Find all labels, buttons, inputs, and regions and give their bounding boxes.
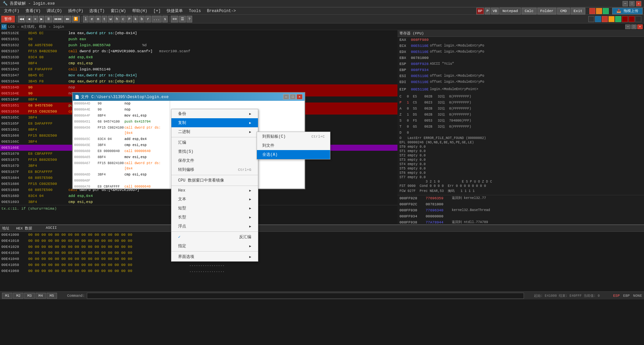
- menu-window[interactable]: 窗口(W): [108, 7, 129, 14]
- mem-row[interactable]: 00E4101000 00 00 00 00 00 00 00 00 00 00…: [0, 238, 644, 244]
- t-button[interactable]: t: [102, 16, 107, 22]
- fv-row[interactable]: 00000A70E8 CBFAFFFFcall 00000640: [73, 184, 170, 189]
- ctx-backup[interactable]: 备份 ▶: [171, 109, 258, 118]
- menu-tools[interactable]: Tools: [186, 8, 204, 14]
- folder-button[interactable]: Folder: [537, 8, 557, 14]
- tab-m5[interactable]: M5: [47, 293, 57, 299]
- ctx-find[interactable]: 查找(S): [171, 147, 258, 156]
- step-into-button[interactable]: ⏭: [64, 16, 71, 22]
- vb-button[interactable]: VB: [491, 8, 499, 14]
- r-button[interactable]: r: [145, 16, 151, 22]
- tab-m1[interactable]: M1: [2, 293, 12, 299]
- ctx-goto[interactable]: 转到偏移 Ctrl+G: [171, 165, 258, 174]
- fv-row[interactable]: 00000A67FF15 B8824100call dword ptr ds:[…: [73, 160, 170, 172]
- fv-row[interactable]: 00000A658BF4mov esi,esp: [73, 154, 170, 160]
- fv-row[interactable]: 00000A4D90nop: [73, 101, 170, 107]
- fv-row[interactable]: 00000A5168 94574100push 0x415794: [73, 119, 170, 125]
- fv-row[interactable]: 00000A4E90nop: [73, 107, 170, 113]
- tab-m2[interactable]: M2: [13, 293, 23, 299]
- fv-min-button[interactable]: —: [283, 94, 289, 99]
- menu-options[interactable]: 选项(T): [87, 7, 107, 14]
- menu-view[interactable]: 查看(V): [23, 7, 44, 14]
- panel-icon-6[interactable]: [622, 16, 628, 22]
- ellipsis-button[interactable]: ...: [152, 16, 162, 22]
- fv-close-button[interactable]: ✕: [297, 94, 303, 99]
- rewind-button[interactable]: ◀◀: [18, 16, 25, 22]
- ctx-hex[interactable]: Hex ▶: [171, 187, 258, 195]
- tab-m4[interactable]: M4: [36, 293, 46, 299]
- menu-help[interactable]: 帮助(H): [129, 7, 150, 14]
- s-button[interactable]: s: [162, 16, 168, 22]
- menu-plus[interactable]: [+]: [151, 8, 163, 14]
- sub-ctx-clipboard[interactable]: 到剪贴板(C) Ctrl+C: [257, 132, 330, 141]
- dasm-row[interactable]: 00E51632 68 A057E500 push login.00E557A0…: [0, 42, 397, 48]
- dasm-row[interactable]: 00E51647 8B45 EC mov eax,dword ptr ss:[e…: [0, 72, 397, 78]
- panel-icon-7[interactable]: [629, 16, 635, 22]
- fv-row[interactable]: 00000A5E3BF4cmp esi,esp: [73, 142, 170, 148]
- fv-row[interactable]: 00000A56FF15 C0824100call dword ptr ds:[…: [73, 125, 170, 136]
- p-button[interactable]: P: [485, 8, 490, 14]
- w-button[interactable]: w: [108, 16, 114, 22]
- menu-plugin[interactable]: 插件(P): [65, 7, 86, 14]
- panel-icon-3[interactable]: [602, 16, 608, 22]
- fv-max-button[interactable]: □: [290, 94, 296, 99]
- ctx-cpu-view[interactable]: CPU 数据窗口中查看镜像: [171, 176, 258, 185]
- dasm-row[interactable]: 00E5162E 8D45 EC lea eax,dword ptr ss:[e…: [0, 30, 397, 36]
- grid-button[interactable]: ≡≡: [171, 16, 178, 22]
- ctx-specify[interactable]: 指定 ▶: [171, 242, 258, 251]
- close-button[interactable]: ✕: [636, 1, 641, 6]
- upload-button[interactable]: 📤 拖模上传: [612, 8, 643, 14]
- mem-row[interactable]: 00E4104000 00 00 00 00 00 00 00 00 00 00…: [0, 256, 644, 262]
- subwin-max[interactable]: □: [631, 24, 637, 29]
- step-over-many[interactable]: ⏭⏭: [53, 16, 63, 22]
- run-button[interactable]: ▶: [39, 16, 45, 22]
- calc-button[interactable]: Calc: [522, 8, 536, 14]
- step-back-button[interactable]: ◀: [26, 16, 32, 22]
- b-button[interactable]: b: [139, 16, 145, 22]
- mem-row[interactable]: 00E4100000 00 00 00 00 00 00 00 00 00 00…: [0, 232, 644, 238]
- dasm-row[interactable]: 00E5164A 3B45 F8 cmp eax,dword ptr ss:[e…: [0, 78, 397, 84]
- mem-row[interactable]: 00E4105000 00 00 00 00 00 00 00 00 00 00…: [0, 262, 644, 268]
- m-button[interactable]: m: [95, 16, 101, 22]
- command-input[interactable]: [87, 293, 524, 299]
- mem-row[interactable]: 00E4106000 00 00 00 00 00 00 00 00 00 00…: [0, 268, 644, 274]
- ctx-ui-options[interactable]: 界面选项 ▶: [171, 252, 258, 261]
- l-button[interactable]: l: [83, 16, 89, 22]
- mem-row[interactable]: 00E4103000 00 00 00 00 00 00 00 00 00 00…: [0, 250, 644, 256]
- sub-ctx-file[interactable]: 到文件: [257, 141, 330, 150]
- menu-breakpoint[interactable]: BreakPoint->: [204, 8, 238, 14]
- notepad-button[interactable]: Notepad: [499, 8, 521, 14]
- minimize-button[interactable]: —: [623, 1, 628, 6]
- list-button[interactable]: ☰: [179, 16, 186, 22]
- run-to-button[interactable]: ⏬: [72, 16, 80, 22]
- dasm-row[interactable]: 00E51637 FF15 B4B2E500 call dword ptr ds…: [0, 48, 397, 54]
- mem-area[interactable]: 地址 HEX 数据 ASCII 00E4100000 00 00 00 00 0…: [0, 224, 644, 291]
- panel-icon-4[interactable]: [608, 16, 614, 22]
- ctx-text[interactable]: 文本 ▶: [171, 195, 258, 204]
- ctx-binary[interactable]: 二进制 ▶: [171, 127, 258, 136]
- panel-icon-8[interactable]: [635, 16, 641, 22]
- fv-row[interactable]: 00000A6D3BF4cmp esi,esp: [73, 172, 170, 178]
- h-button[interactable]: h: [114, 16, 120, 22]
- ctx-short[interactable]: 短型 ▶: [171, 204, 258, 213]
- dasm-row[interactable]: 00E5163D 83C4 08 add esp,0x8: [0, 54, 397, 60]
- tab-m3[interactable]: M3: [24, 293, 35, 299]
- maximize-button[interactable]: □: [629, 1, 635, 6]
- fv-row[interactable]: 00000A6F: [73, 178, 170, 184]
- stop-button[interactable]: ✕: [33, 16, 38, 22]
- fv-row[interactable]: 00000A4F8BF4mov esi,esp: [73, 113, 170, 119]
- help-button[interactable]: ?: [186, 16, 192, 22]
- tool-icon-3[interactable]: [603, 8, 609, 14]
- c-button[interactable]: c: [120, 16, 126, 22]
- pause2-button[interactable]: ⏸: [45, 16, 52, 22]
- ctx-float[interactable]: 浮点 ▶: [171, 222, 258, 231]
- cmd-button[interactable]: CMD: [557, 8, 570, 14]
- subwin-close[interactable]: ✕: [637, 24, 643, 29]
- tool-icon-2[interactable]: [596, 8, 602, 14]
- exit-button[interactable]: Exit: [571, 8, 585, 14]
- e-button[interactable]: e: [89, 16, 95, 22]
- bp-button[interactable]: BP: [476, 8, 484, 14]
- mem-row[interactable]: 00E4102000 00 00 00 00 00 00 00 00 00 00…: [0, 244, 644, 250]
- ctx-disasm[interactable]: ✓ 反汇编: [171, 232, 258, 242]
- sub-ctx-select-all[interactable]: 全选(A): [257, 150, 330, 159]
